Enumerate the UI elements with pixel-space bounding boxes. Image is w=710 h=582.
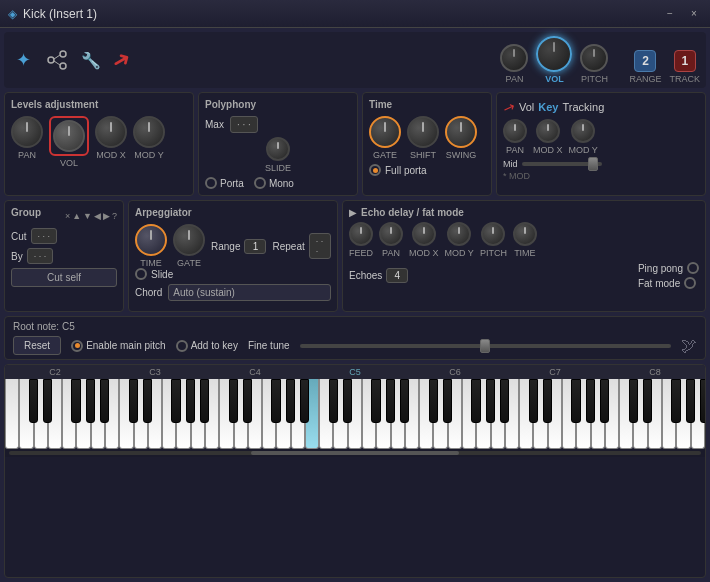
echo-mody-knob[interactable] [447, 222, 471, 246]
white-key-31[interactable] [448, 379, 462, 449]
white-key-40[interactable] [576, 379, 590, 449]
white-key-36[interactable] [519, 379, 533, 449]
group-right-btn[interactable]: ▶ [103, 211, 110, 221]
white-key-3[interactable] [48, 379, 62, 449]
reset-button[interactable]: Reset [13, 336, 61, 355]
vkt-mody-knob[interactable] [571, 119, 595, 143]
echo-pitch-knob[interactable] [481, 222, 505, 246]
white-key-43[interactable] [619, 379, 633, 449]
white-key-22[interactable] [319, 379, 333, 449]
white-key-33[interactable] [476, 379, 490, 449]
group-question-btn[interactable]: ? [112, 211, 117, 221]
piano-keys-container[interactable]: (function() { const container = document… [5, 379, 705, 449]
white-key-6[interactable] [91, 379, 105, 449]
white-key-0[interactable] [5, 379, 19, 449]
fine-tune-slider[interactable] [300, 344, 671, 348]
chord-dropdown[interactable]: Auto (sustain) [168, 284, 331, 301]
white-key-11[interactable] [162, 379, 176, 449]
gate-knob[interactable] [369, 116, 401, 148]
white-key-30[interactable] [433, 379, 447, 449]
close-button[interactable]: × [686, 6, 702, 22]
white-key-18[interactable] [262, 379, 276, 449]
minimize-button[interactable]: − [662, 6, 678, 22]
white-key-34[interactable] [491, 379, 505, 449]
shift-knob[interactable] [407, 116, 439, 148]
white-key-5[interactable] [76, 379, 90, 449]
cut-self-button[interactable]: Cut self [11, 268, 117, 287]
white-key-42[interactable] [605, 379, 619, 449]
vkt-pan-knob[interactable] [503, 119, 527, 143]
star-tool-icon[interactable]: ✦ [10, 47, 36, 73]
arp-gate-knob[interactable] [173, 224, 205, 256]
piano-scrollbar[interactable] [5, 449, 705, 457]
ping-pong-radio[interactable] [687, 262, 699, 274]
white-key-7[interactable] [105, 379, 119, 449]
by-btn[interactable]: · · · [27, 248, 54, 264]
white-key-23[interactable] [333, 379, 347, 449]
enable-pitch-radio[interactable]: Enable main pitch [71, 340, 166, 352]
echo-modx-knob[interactable] [412, 222, 436, 246]
echo-feed-knob[interactable] [349, 222, 373, 246]
pitch-top-knob[interactable] [580, 44, 608, 72]
white-key-8[interactable] [119, 379, 133, 449]
range-badge[interactable]: 2 [634, 50, 656, 72]
white-key-48[interactable] [691, 379, 705, 449]
nodes-tool-icon[interactable] [44, 47, 70, 73]
fat-mode-radio[interactable] [684, 277, 696, 289]
white-key-24[interactable] [348, 379, 362, 449]
white-key-39[interactable] [562, 379, 576, 449]
white-key-25[interactable] [362, 379, 376, 449]
pan-top-knob[interactable] [500, 44, 528, 72]
white-key-10[interactable] [148, 379, 162, 449]
track-badge[interactable]: 1 [674, 50, 696, 72]
arp-time-knob[interactable] [135, 224, 167, 256]
poly-slider-box[interactable]: · · · [230, 116, 258, 133]
white-key-4[interactable] [62, 379, 76, 449]
white-key-26[interactable] [376, 379, 390, 449]
white-key-17[interactable] [248, 379, 262, 449]
white-key-20[interactable] [291, 379, 305, 449]
slide-radio-dot[interactable] [135, 268, 147, 280]
white-key-45[interactable] [648, 379, 662, 449]
mono-radio[interactable]: Mono [254, 177, 294, 189]
porta-radio[interactable]: Porta [205, 177, 244, 189]
range-number-box[interactable]: 1 [244, 239, 266, 254]
group-up-btn[interactable]: ▲ [72, 211, 81, 221]
white-key-35[interactable] [505, 379, 519, 449]
white-key-12[interactable] [176, 379, 190, 449]
mid-slider-track[interactable] [522, 162, 602, 166]
white-key-1[interactable] [19, 379, 33, 449]
white-key-14[interactable] [205, 379, 219, 449]
poly-slide-knob[interactable] [266, 137, 290, 161]
wrench-tool-icon[interactable]: 🔧 [78, 47, 104, 73]
vkt-modx-knob[interactable] [536, 119, 560, 143]
white-key-47[interactable] [676, 379, 690, 449]
cut-btn[interactable]: · · · [31, 228, 58, 244]
echo-time-knob[interactable] [513, 222, 537, 246]
white-key-46[interactable] [662, 379, 676, 449]
piano-scrollbar-thumb[interactable] [251, 451, 459, 455]
white-key-29[interactable] [419, 379, 433, 449]
echo-pan-knob[interactable] [379, 222, 403, 246]
group-left-btn[interactable]: ◀ [94, 211, 101, 221]
white-key-21[interactable] [305, 379, 319, 449]
group-x-btn[interactable]: × [65, 211, 70, 221]
white-key-27[interactable] [391, 379, 405, 449]
levels-modx-knob[interactable] [95, 116, 127, 148]
white-key-13[interactable] [191, 379, 205, 449]
white-key-28[interactable] [405, 379, 419, 449]
white-key-44[interactable] [633, 379, 647, 449]
levels-vol-knob[interactable] [53, 120, 85, 152]
white-key-32[interactable] [462, 379, 476, 449]
echoes-number[interactable]: 4 [386, 268, 408, 283]
swing-knob[interactable] [445, 116, 477, 148]
white-key-19[interactable] [276, 379, 290, 449]
full-porta-radio-dot[interactable] [369, 164, 381, 176]
levels-pan-knob[interactable] [11, 116, 43, 148]
white-key-15[interactable] [219, 379, 233, 449]
white-key-2[interactable] [34, 379, 48, 449]
white-key-41[interactable] [591, 379, 605, 449]
white-key-16[interactable] [234, 379, 248, 449]
white-key-9[interactable] [134, 379, 148, 449]
white-key-37[interactable] [533, 379, 547, 449]
